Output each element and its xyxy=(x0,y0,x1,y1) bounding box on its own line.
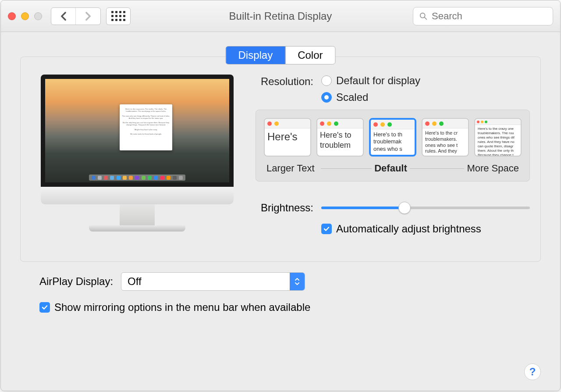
close-icon[interactable] xyxy=(8,12,16,20)
scale-label-larger: Larger Text xyxy=(264,163,317,174)
search-field[interactable] xyxy=(413,7,553,25)
forward-button xyxy=(76,8,100,25)
brightness-slider[interactable] xyxy=(321,207,530,209)
tab-display[interactable]: Display xyxy=(226,46,285,64)
tab-bar: Display Color xyxy=(225,46,335,64)
svg-point-0 xyxy=(420,13,425,18)
show-all-button[interactable] xyxy=(106,7,131,25)
airplay-value: Off xyxy=(128,275,142,288)
radio-icon xyxy=(321,92,332,103)
svg-line-1 xyxy=(425,17,427,19)
apple-logo-icon xyxy=(41,187,234,204)
checkbox-checked-icon[interactable] xyxy=(39,302,50,313)
mirroring-row[interactable]: Show mirroring options in the menu bar w… xyxy=(39,301,522,314)
auto-brightness-label: Automatically adjust brightness xyxy=(336,223,481,235)
airplay-select[interactable]: Off xyxy=(121,272,305,291)
scale-picker: Here's Here's to troublem Here's to th t… xyxy=(256,110,530,182)
radio-default-for-display[interactable]: Default for display xyxy=(321,75,420,87)
display-panel: Here's to the crazy ones. The misfits. T… xyxy=(20,57,541,262)
minimize-icon[interactable] xyxy=(21,12,29,20)
checkbox-checked-icon[interactable] xyxy=(321,224,332,234)
bottom-controls: AirPlay Display: Off Show mirroring opti… xyxy=(20,262,541,314)
scale-option-default[interactable]: Here's to th troublemak ones who s xyxy=(369,118,416,157)
scale-label-more: More Space xyxy=(464,163,522,174)
brightness-label: Brightness: xyxy=(256,202,321,214)
zoom-icon xyxy=(34,12,42,20)
help-icon: ? xyxy=(529,366,536,378)
titlebar: Built-in Retina Display xyxy=(1,0,560,32)
slider-knob-icon[interactable] xyxy=(398,202,411,214)
resolution-radio-group: Default for display Scaled xyxy=(321,75,420,103)
scale-option-larger-text[interactable]: Here's xyxy=(264,118,311,157)
tab-color[interactable]: Color xyxy=(285,46,335,64)
scale-option-more-space[interactable]: Here's to the crazy one troublemakers. T… xyxy=(474,118,522,157)
select-stepper-icon xyxy=(290,273,305,290)
window-controls xyxy=(8,12,42,20)
auto-brightness-row[interactable]: Automatically adjust brightness xyxy=(321,223,530,235)
help-button[interactable]: ? xyxy=(524,363,541,380)
search-input[interactable] xyxy=(432,11,547,22)
mirroring-label: Show mirroring options in the menu bar w… xyxy=(54,301,310,314)
sample-window-icon: Here's to the crazy ones. The misfits. T… xyxy=(120,104,172,150)
nav-back-forward xyxy=(51,7,101,25)
airplay-label: AirPlay Display: xyxy=(39,275,113,288)
scale-option-4[interactable]: Here's to the cr troublemakers. ones who… xyxy=(422,118,469,157)
search-icon xyxy=(419,12,427,21)
radio-label: Default for display xyxy=(336,75,420,87)
scale-option-2[interactable]: Here's to troublem xyxy=(316,118,364,157)
radio-scaled[interactable]: Scaled xyxy=(321,91,420,103)
preferences-window: Built-in Retina Display Display Color He… xyxy=(0,0,561,391)
back-button[interactable] xyxy=(51,8,76,25)
scale-label-default: Default xyxy=(372,163,410,174)
display-illustration: Here's to the crazy ones. The misfits. T… xyxy=(36,75,238,235)
radio-label: Scaled xyxy=(336,91,368,103)
display-settings: Resolution: Default for display Scaled xyxy=(256,75,530,235)
radio-icon xyxy=(321,75,332,86)
content-area: Display Color Here's to the crazy ones. … xyxy=(1,32,560,391)
resolution-label: Resolution: xyxy=(256,75,321,88)
grid-icon xyxy=(111,11,125,21)
